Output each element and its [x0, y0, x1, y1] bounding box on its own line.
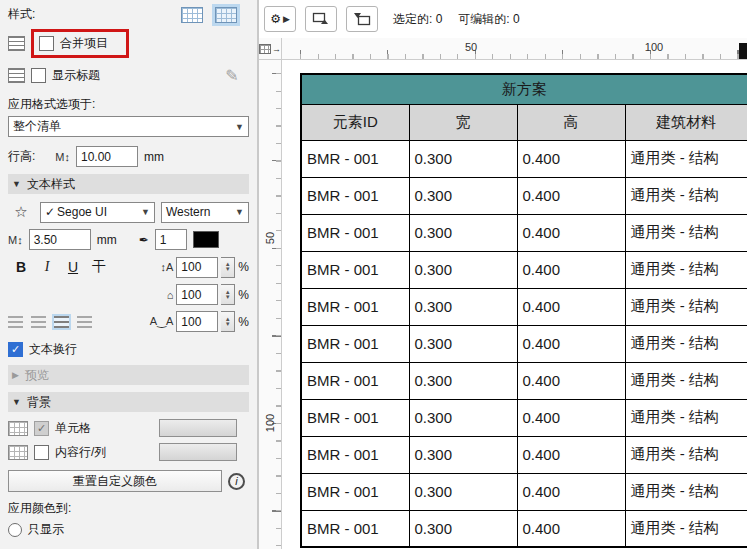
- schedule-title-cell[interactable]: 新方案: [301, 74, 747, 104]
- table-cell[interactable]: 通用类 - 结构: [625, 436, 747, 473]
- content-color-swatch[interactable]: [159, 443, 237, 461]
- horizontal-ruler[interactable]: 50 100: [282, 38, 747, 59]
- font-script-select[interactable]: Western ▼: [161, 202, 249, 223]
- table-cell[interactable]: 0.300: [409, 288, 517, 325]
- table-cell[interactable]: 0.400: [517, 436, 625, 473]
- row-height-input[interactable]: 10.00: [76, 146, 138, 167]
- table-cell[interactable]: 0.300: [409, 510, 517, 547]
- table-cell[interactable]: 0.300: [409, 325, 517, 362]
- inject-parameters-button[interactable]: [346, 6, 378, 32]
- ruler-options-button[interactable]: →: [259, 38, 282, 59]
- settings-menu-button[interactable]: ⚙ ▶: [264, 6, 296, 32]
- character-spacing-stepper[interactable]: ▲▼: [221, 311, 235, 332]
- font-family-select[interactable]: ✓ Segoe UI ▼: [40, 202, 155, 223]
- bold-button[interactable]: B: [8, 256, 34, 278]
- text-wrap-checkbox[interactable]: [8, 342, 23, 357]
- table-cell[interactable]: 0.300: [409, 177, 517, 214]
- spreadsheet-view-icon[interactable]: [215, 7, 237, 23]
- table-cell[interactable]: BMR - 001: [301, 140, 409, 177]
- table-cell[interactable]: 0.400: [517, 510, 625, 547]
- table-row: BMR - 0010.3000.400通用类 - 结构: [301, 473, 747, 510]
- table-cell[interactable]: 0.400: [517, 214, 625, 251]
- pickup-parameters-button[interactable]: [305, 6, 337, 32]
- table-cell[interactable]: 通用类 - 结构: [625, 473, 747, 510]
- table-cell[interactable]: BMR - 001: [301, 325, 409, 362]
- preview-section-header[interactable]: ▶ 预览: [8, 365, 249, 385]
- table-cell[interactable]: 通用类 - 结构: [625, 325, 747, 362]
- table-cell[interactable]: 通用类 - 结构: [625, 510, 747, 547]
- pen-input[interactable]: 1: [155, 229, 187, 250]
- background-section-header[interactable]: ▼ 背景: [8, 392, 249, 412]
- table-cell[interactable]: 0.300: [409, 251, 517, 288]
- paragraph-spacing-stepper[interactable]: ▲▼: [221, 284, 235, 305]
- table-cell[interactable]: BMR - 001: [301, 510, 409, 547]
- table-cell[interactable]: 通用类 - 结构: [625, 288, 747, 325]
- preview-content: 50 100 新方案 元素ID宽高建筑材料 BMR - 0010.3000.40…: [259, 60, 747, 549]
- column-header[interactable]: 建筑材料: [625, 104, 747, 140]
- pen-color-swatch[interactable]: [193, 231, 219, 248]
- align-center-icon[interactable]: [31, 316, 46, 328]
- table-cell[interactable]: 0.400: [517, 399, 625, 436]
- line-spacing-input[interactable]: 100: [176, 257, 218, 278]
- edit-style-button[interactable]: ✎: [215, 64, 249, 86]
- table-cell[interactable]: BMR - 001: [301, 436, 409, 473]
- info-icon[interactable]: i: [228, 473, 245, 490]
- table-cell[interactable]: 通用类 - 结构: [625, 399, 747, 436]
- table-cell[interactable]: BMR - 001: [301, 214, 409, 251]
- merge-items-checkbox[interactable]: [39, 36, 54, 51]
- table-cell[interactable]: 0.400: [517, 177, 625, 214]
- line-spacing-stepper[interactable]: ▲▼: [221, 257, 235, 278]
- table-cell[interactable]: 通用类 - 结构: [625, 177, 747, 214]
- column-header[interactable]: 高: [517, 104, 625, 140]
- display-only-radio[interactable]: [8, 523, 22, 537]
- table-cell[interactable]: 0.400: [517, 473, 625, 510]
- underline-button[interactable]: U: [60, 256, 86, 278]
- table-cell[interactable]: 0.400: [517, 362, 625, 399]
- favorites-button[interactable]: ☆: [8, 201, 34, 223]
- character-spacing-input[interactable]: 100: [176, 311, 218, 332]
- align-left-icon[interactable]: [8, 316, 23, 328]
- vertical-ruler-ticks: [259, 60, 281, 549]
- text-style-section-header[interactable]: ▼ 文本样式: [8, 174, 249, 194]
- table-cell[interactable]: 通用类 - 结构: [625, 214, 747, 251]
- table-cell[interactable]: BMR - 001: [301, 177, 409, 214]
- table-cell[interactable]: 0.300: [409, 473, 517, 510]
- show-title-checkbox[interactable]: [31, 68, 46, 83]
- table-cell[interactable]: 0.300: [409, 362, 517, 399]
- scope-select[interactable]: 整个清单 ▼: [8, 116, 249, 137]
- align-right-icon[interactable]: [54, 316, 69, 328]
- table-cell[interactable]: 通用类 - 结构: [625, 251, 747, 288]
- table-cell[interactable]: 0.400: [517, 251, 625, 288]
- table-cell[interactable]: 0.300: [409, 214, 517, 251]
- paragraph-spacing-icon: ⌂: [167, 289, 174, 301]
- table-cell[interactable]: 0.400: [517, 288, 625, 325]
- paragraph-spacing-value: 100: [181, 288, 201, 302]
- font-size-input[interactable]: 3.50: [29, 229, 91, 250]
- cell-color-swatch[interactable]: [159, 419, 237, 437]
- italic-button[interactable]: I: [34, 256, 60, 278]
- table-cell[interactable]: BMR - 001: [301, 251, 409, 288]
- table-cell[interactable]: BMR - 001: [301, 399, 409, 436]
- table-cell[interactable]: 通用类 - 结构: [625, 362, 747, 399]
- table-cell[interactable]: 0.300: [409, 436, 517, 473]
- column-header[interactable]: 元素ID: [301, 104, 409, 140]
- vertical-ruler[interactable]: 50 100: [259, 60, 282, 549]
- table-cell[interactable]: 0.400: [517, 325, 625, 362]
- table-cell[interactable]: 0.400: [517, 140, 625, 177]
- table-cell[interactable]: BMR - 001: [301, 362, 409, 399]
- pen-value: 1: [160, 233, 167, 247]
- table-view-icon[interactable]: [181, 7, 203, 23]
- table-cell[interactable]: 通用类 - 结构: [625, 140, 747, 177]
- paragraph-spacing-input[interactable]: 100: [176, 284, 218, 305]
- cell-background-checkbox[interactable]: [34, 421, 49, 436]
- table-cell[interactable]: 0.300: [409, 140, 517, 177]
- reset-custom-colors-button[interactable]: 重置自定义颜色: [8, 470, 222, 492]
- table-cell[interactable]: BMR - 001: [301, 288, 409, 325]
- table-body: BMR - 0010.3000.400通用类 - 结构BMR - 0010.30…: [301, 140, 747, 547]
- table-cell[interactable]: BMR - 001: [301, 473, 409, 510]
- strikethrough-button[interactable]: 干: [86, 256, 112, 278]
- align-justify-icon[interactable]: [77, 316, 92, 328]
- content-background-checkbox[interactable]: [34, 445, 49, 460]
- column-header[interactable]: 宽: [409, 104, 517, 140]
- table-cell[interactable]: 0.300: [409, 399, 517, 436]
